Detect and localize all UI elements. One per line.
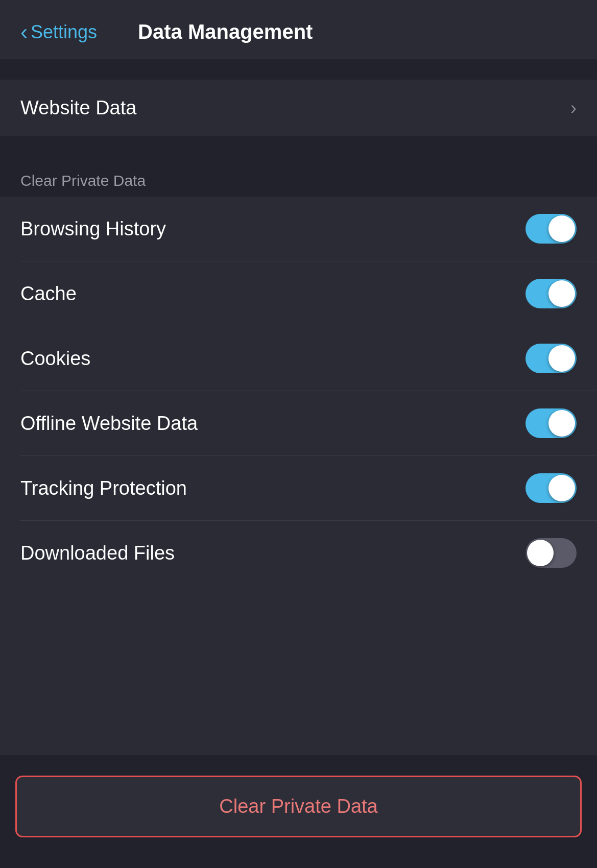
toggle-row-browsing-history: Browsing History bbox=[0, 197, 597, 261]
toggle-downloaded-files[interactable] bbox=[526, 538, 577, 568]
back-label: Settings bbox=[31, 21, 97, 43]
chevron-right-icon: › bbox=[570, 98, 577, 119]
clear-private-data-button[interactable]: Clear Private Data bbox=[15, 776, 582, 837]
website-data-row[interactable]: Website Data › bbox=[0, 80, 597, 136]
toggle-label-offline-website-data: Offline Website Data bbox=[20, 413, 198, 435]
clear-private-data-header: Clear Private Data bbox=[0, 157, 597, 197]
toggle-row-tracking-protection: Tracking Protection bbox=[0, 456, 597, 520]
website-data-label: Website Data bbox=[20, 97, 136, 119]
toggle-cookies[interactable] bbox=[526, 344, 577, 373]
toggle-knob-tracking-protection bbox=[548, 475, 575, 501]
toggle-row-offline-website-data: Offline Website Data bbox=[0, 391, 597, 455]
toggle-label-tracking-protection: Tracking Protection bbox=[20, 477, 187, 499]
back-button[interactable]: ‹ Settings bbox=[20, 21, 97, 43]
toggle-knob-browsing-history bbox=[548, 215, 575, 242]
toggle-label-cookies: Cookies bbox=[20, 348, 90, 370]
toggle-cache[interactable] bbox=[526, 279, 577, 308]
page-title: Data Management bbox=[138, 20, 313, 43]
toggle-section: Browsing HistoryCacheCookiesOffline Webs… bbox=[0, 197, 597, 585]
website-data-section: Website Data › bbox=[0, 80, 597, 136]
section-header-label: Clear Private Data bbox=[20, 172, 146, 189]
toggle-row-cache: Cache bbox=[0, 261, 597, 326]
toggle-knob-offline-website-data bbox=[548, 410, 575, 437]
toggle-knob-downloaded-files bbox=[527, 540, 554, 566]
toggle-tracking-protection[interactable] bbox=[526, 473, 577, 503]
toggle-label-browsing-history: Browsing History bbox=[20, 218, 166, 240]
toggle-label-downloaded-files: Downloaded Files bbox=[20, 542, 175, 564]
mid-spacer bbox=[0, 136, 597, 157]
toggle-browsing-history[interactable] bbox=[526, 214, 577, 244]
toggle-offline-website-data[interactable] bbox=[526, 408, 577, 438]
toggle-row-cookies: Cookies bbox=[0, 326, 597, 391]
toggle-label-cache: Cache bbox=[20, 283, 77, 305]
toggle-row-downloaded-files: Downloaded Files bbox=[0, 521, 597, 585]
header: ‹ Settings Data Management bbox=[0, 0, 597, 59]
bottom-area: Clear Private Data bbox=[0, 755, 597, 868]
toggle-knob-cookies bbox=[548, 345, 575, 372]
back-chevron-icon: ‹ bbox=[20, 21, 28, 43]
top-spacer bbox=[0, 59, 597, 80]
toggle-knob-cache bbox=[548, 280, 575, 307]
